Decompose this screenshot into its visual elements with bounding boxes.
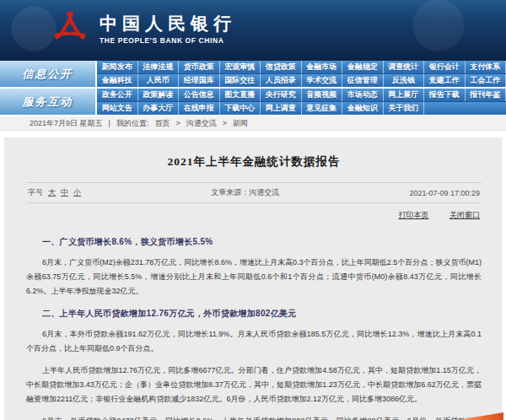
nav-row: 金融科技人民币经理国库国际交往人员招录学术交流征信管理反洗钱党建工作工会工作 (97, 73, 506, 87)
nav-item[interactable]: 图文直播 (220, 89, 261, 101)
nav-item[interactable]: 银行会计 (424, 61, 466, 73)
nav-item[interactable]: 政策解读 (138, 89, 180, 101)
article-body: 一、广义货币增长8.6%，狭义货币增长5.5% 6月末，广义货币(M2)余额23… (26, 234, 482, 420)
nav-item[interactable]: 央行研究 (261, 89, 302, 101)
nav-item[interactable]: 音频视频 (302, 89, 343, 101)
nav-item[interactable]: 党建工作 (424, 74, 466, 87)
nav-grid-service: 政务公开政策解读公告信息图文直播央行研究音频视频市场动态网上展厅报告下载报刊年鉴… (97, 89, 506, 115)
breadcrumb-date: 2021年7月9日 星期五 (30, 118, 103, 129)
nav-item[interactable]: 工会工作 (466, 74, 506, 87)
article-paragraph: 6月末，本外币贷款余额191.62万亿元，同比增长11.9%。月末人民币贷款余额… (26, 327, 482, 356)
nav-item[interactable]: 在线申报 (179, 102, 220, 115)
section-heading-2: 二、上半年人民币贷款增加12.76万亿元，外币贷款增加802亿美元 (26, 306, 482, 320)
breadcrumb-link-news[interactable]: 新闻 (233, 118, 248, 129)
article-source: 文章来源：沟通交流 (81, 187, 409, 198)
nav-tab-info-disclosure[interactable]: 信息公开 (0, 61, 97, 87)
breadcrumb: 2021年7月9日 星期五 | 我的位置: 首页 > 沟通交流 > 新闻 (0, 116, 506, 131)
pboc-emblem-icon (52, 9, 88, 48)
nav-row: 新闻发布法律法规货币政策宏观审慎信贷政策金融市场金融稳定调查统计银行会计支付体系 (97, 61, 506, 73)
article-actions: 打印本页 关闭窗口 (26, 203, 482, 229)
pboc-logo[interactable]: 中国人民银行 THE PEOPLE'S BANK OF CHINA (52, 9, 236, 48)
nav-item[interactable]: 政务公开 (97, 89, 138, 101)
nav-item[interactable]: 金融科技 (97, 74, 138, 87)
nav-item[interactable]: 意见征集 (302, 102, 343, 115)
nav-row: 网站文告办事大厅在线申报下载中心网上调查意见征集金融知识关于我们 (97, 101, 506, 115)
nav-item[interactable]: 金融稳定 (342, 61, 384, 73)
nav-section-info-disclosure: 信息公开 新闻发布法律法规货币政策宏观审慎信贷政策金融市场金融稳定调查统计银行会… (0, 61, 506, 87)
nav-item[interactable]: 信贷政策 (261, 61, 302, 73)
page-title: 2021年上半年金融统计数据报告 (26, 154, 482, 170)
nav-item[interactable]: 金融知识 (342, 102, 384, 115)
header-banner: 中国人民银行 THE PEOPLE'S BANK OF CHINA (0, 0, 506, 61)
nav-item[interactable]: 金融市场 (302, 61, 343, 73)
font-size-option[interactable]: 中 (61, 187, 68, 198)
nav-item[interactable]: 公告信息 (179, 89, 220, 101)
nav-item[interactable]: 支付体系 (466, 61, 506, 73)
nav-item[interactable]: 宏观审慎 (220, 61, 261, 73)
breadcrumb-link-home[interactable]: 首页 (154, 118, 170, 129)
nav-item[interactable]: 下载中心 (220, 102, 261, 115)
nav-tab-service-interaction[interactable]: 服务互动 (0, 89, 97, 115)
nav-item[interactable]: 市场动态 (342, 89, 384, 101)
article-meta-row: 字号 大中小 文章来源：沟通交流 2021-07-09 17:00:29 (26, 182, 482, 203)
nav-item[interactable]: 国际交往 (220, 74, 261, 87)
nav-item[interactable]: 人民币 (138, 74, 180, 87)
font-size-option[interactable]: 小 (73, 187, 81, 198)
nav-grid-info: 新闻发布法律法规货币政策宏观审慎信贷政策金融市场金融稳定调查统计银行会计支付体系… (97, 61, 506, 87)
nav-item[interactable]: 征信管理 (342, 74, 384, 87)
breadcrumb-divider: | (109, 119, 110, 127)
nav-item[interactable]: 关于我们 (384, 102, 425, 115)
nav-item[interactable]: 报刊年鉴 (466, 89, 506, 101)
close-window-button[interactable]: 关闭窗口 (449, 211, 480, 219)
nav-item[interactable]: 货币政策 (179, 61, 220, 73)
nav-section-service-interaction: 服务互动 政务公开政策解读公告信息图文直播央行研究音频视频市场动态网上展厅报告下… (0, 89, 506, 115)
main-nav: 信息公开 新闻发布法律法规货币政策宏观审慎信贷政策金融市场金融稳定调查统计银行会… (0, 61, 506, 115)
font-size-control: 字号 大中小 (28, 187, 81, 198)
nav-item[interactable]: 学术交流 (302, 74, 343, 87)
article-paragraph: 6月末，外币贷款余额9473亿美元，同比增长9.6%。上半年外币贷款增加802亿… (26, 414, 482, 420)
nav-row: 政务公开政策解读公告信息图文直播央行研究音频视频市场动态网上展厅报告下载报刊年鉴 (97, 89, 506, 101)
nav-item[interactable]: 反洗钱 (384, 74, 425, 87)
nav-item[interactable]: 网站文告 (97, 102, 138, 115)
header-title-en: THE PEOPLE'S BANK OF CHINA (100, 36, 236, 45)
nav-item[interactable]: 新闻发布 (97, 61, 138, 73)
nav-item[interactable]: 网上调查 (261, 102, 302, 115)
font-size-links: 大中小 (48, 187, 81, 198)
section-heading-1: 一、广义货币增长8.6%，狭义货币增长5.5% (26, 234, 482, 249)
nav-item[interactable]: 调查统计 (384, 61, 425, 73)
breadcrumb-arrow: > (175, 119, 180, 127)
nav-item[interactable]: 网上展厅 (384, 89, 425, 101)
article-datetime: 2021-07-09 17:00:29 (409, 189, 480, 197)
print-page-button[interactable]: 打印本页 (398, 211, 428, 219)
nav-item[interactable]: 办事大厅 (138, 102, 180, 115)
breadcrumb-link-communication[interactable]: 沟通交流 (186, 118, 217, 129)
nav-item[interactable]: 法律法规 (138, 61, 180, 73)
nav-item[interactable]: 人员招录 (261, 74, 302, 87)
breadcrumb-arrow: > (223, 119, 227, 127)
nav-item[interactable]: 经理国库 (179, 74, 220, 87)
content-panel: 2021年上半年金融统计数据报告 字号 大中小 文章来源：沟通交流 2021-0… (4, 137, 502, 420)
article-paragraph: 上半年人民币贷款增加12.76万亿元，同比多增6677亿元。分部门看，住户贷款增… (26, 363, 482, 407)
header-title-cn: 中国人民银行 (100, 13, 236, 35)
article-paragraph: 6月末，广义货币(M2)余额231.78万亿元，同比增长8.6%，增速比上月末高… (26, 256, 482, 299)
breadcrumb-location-label: 我的位置: (116, 118, 149, 129)
font-size-label: 字号 (28, 187, 43, 198)
font-size-option[interactable]: 大 (48, 187, 56, 198)
nav-item[interactable]: 报告下载 (424, 89, 466, 101)
